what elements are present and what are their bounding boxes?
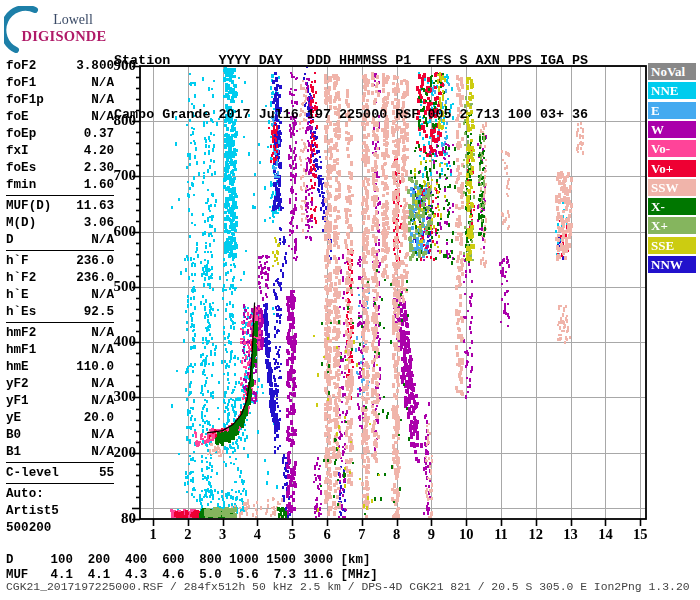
param-label: hmE xyxy=(6,359,29,376)
param-row: foEs2.30 xyxy=(6,160,114,177)
param-value: 236.0 xyxy=(76,253,114,270)
param-label: foF1p xyxy=(6,92,44,109)
x-tick-label: 9 xyxy=(418,526,444,543)
param-label: M(D) xyxy=(6,215,36,232)
param-row: DN/A xyxy=(6,232,114,249)
param-row: yF1N/A xyxy=(6,393,114,410)
y-tick-label: 900 xyxy=(100,57,136,74)
param-row: Auto: xyxy=(6,486,114,503)
x-tick-label: 2 xyxy=(175,526,201,543)
x-tick-label: 5 xyxy=(279,526,305,543)
param-label: hmF2 xyxy=(6,325,36,342)
param-row: M(D)3.06 xyxy=(6,215,114,232)
param-label: yE xyxy=(6,410,21,427)
x-tick-label: 12 xyxy=(523,526,549,543)
param-row: foF1N/A xyxy=(6,75,114,92)
param-label: Auto: xyxy=(6,486,44,503)
param-label: Artist5 xyxy=(6,503,59,520)
param-label: foEp xyxy=(6,126,36,143)
param-label: D xyxy=(6,232,14,249)
param-row: B1N/A xyxy=(6,444,114,461)
legend-item-nne: NNE xyxy=(648,82,696,99)
param-row: foEN/A xyxy=(6,109,114,126)
param-row: C-level55 xyxy=(6,465,114,482)
param-label: 500200 xyxy=(6,520,51,537)
param-label: h`F2 xyxy=(6,270,36,287)
file-info-row: CGK21_2017197225000.RSF / 284fx512h 50 k… xyxy=(6,581,690,593)
y-tick-label: 500 xyxy=(100,278,136,295)
x-tick-label: 6 xyxy=(314,526,340,543)
legend-item-vo: Vo+ xyxy=(648,160,696,177)
param-label: hmF1 xyxy=(6,342,36,359)
param-label: yF2 xyxy=(6,376,29,393)
param-label: foE xyxy=(6,109,29,126)
param-value: N/A xyxy=(91,427,114,444)
legend-item-x: X- xyxy=(648,198,696,215)
y-tick-label: 600 xyxy=(100,223,136,240)
param-row: yE20.0 xyxy=(6,410,114,427)
y-tick-label: 300 xyxy=(100,388,136,405)
logo-lowell-text: Lowell xyxy=(38,12,108,28)
lowell-digisonde-logo: Lowell DIGISONDE xyxy=(4,6,112,54)
x-tick-label: 13 xyxy=(558,526,584,543)
param-row: Artist5 xyxy=(6,503,114,520)
param-separator xyxy=(6,322,114,323)
param-label: C-level xyxy=(6,465,59,482)
param-label: foF2 xyxy=(6,58,36,75)
param-label: B1 xyxy=(6,444,21,461)
legend-item-vo: Vo- xyxy=(648,140,696,157)
param-label: h`F xyxy=(6,253,29,270)
x-tick-label: 11 xyxy=(488,526,514,543)
param-row: foEp0.37 xyxy=(6,126,114,143)
param-row: h`F236.0 xyxy=(6,253,114,270)
x-tick-label: 1 xyxy=(140,526,166,543)
x-tick-label: 14 xyxy=(592,526,618,543)
logo-digisonde-text: DIGISONDE xyxy=(16,28,112,45)
legend-item-nnw: NNW xyxy=(648,256,696,273)
y-tick-label: 800 xyxy=(100,112,136,129)
param-label: B0 xyxy=(6,427,21,444)
x-tick-label: 15 xyxy=(627,526,653,543)
y-tick-label: 200 xyxy=(100,444,136,461)
param-separator xyxy=(6,250,114,251)
x-tick-label: 8 xyxy=(384,526,410,543)
param-row: h`EN/A xyxy=(6,287,114,304)
header-field-names: Station YYYY DAY DDD HHMMSS P1 FFS S AXN… xyxy=(114,52,588,70)
param-label: foEs xyxy=(6,160,36,177)
param-value: 55 xyxy=(99,465,114,482)
ionogram-page: Lowell DIGISONDE Station YYYY DAY DDD HH… xyxy=(0,0,700,600)
param-separator xyxy=(6,483,114,484)
x-tick-label: 10 xyxy=(453,526,479,543)
param-label: fmin xyxy=(6,177,36,194)
x-tick-label: 7 xyxy=(349,526,375,543)
param-value: 11.63 xyxy=(76,198,114,215)
legend-item-x: X+ xyxy=(648,217,696,234)
legend-item-noval: NoVal xyxy=(648,63,696,80)
legend-item-ssw: SSW xyxy=(648,179,696,196)
param-value: N/A xyxy=(91,92,114,109)
header-record-block: Station YYYY DAY DDD HHMMSS P1 FFS S AXN… xyxy=(114,16,588,160)
param-label: fxI xyxy=(6,143,29,160)
x-tick-label: 3 xyxy=(210,526,236,543)
param-row: h`F2236.0 xyxy=(6,270,114,287)
param-row: MUF(D)11.63 xyxy=(6,198,114,215)
distance-row: D 100 200 400 600 800 1000 1500 3000 [km… xyxy=(6,553,370,568)
header-field-values: Campo Grande 2017 Jul16 197 225000 RSF 0… xyxy=(114,106,588,124)
param-label: h`E xyxy=(6,287,29,304)
param-row: yF2N/A xyxy=(6,376,114,393)
param-row: 500200 xyxy=(6,520,114,537)
y-tick-label: 80 xyxy=(100,510,136,527)
legend-item-e: E xyxy=(648,102,696,119)
param-value: 92.5 xyxy=(84,304,114,321)
param-value: 110.0 xyxy=(76,359,114,376)
param-label: yF1 xyxy=(6,393,29,410)
param-value: 4.20 xyxy=(84,143,114,160)
legend-item-sse: SSE xyxy=(648,237,696,254)
param-row: hmF1N/A xyxy=(6,342,114,359)
param-row: fxI4.20 xyxy=(6,143,114,160)
param-row: fmin1.60 xyxy=(6,177,114,194)
param-separator xyxy=(6,195,114,196)
param-label: MUF(D) xyxy=(6,198,51,215)
param-label: foF1 xyxy=(6,75,36,92)
param-row: foF23.800 xyxy=(6,58,114,75)
